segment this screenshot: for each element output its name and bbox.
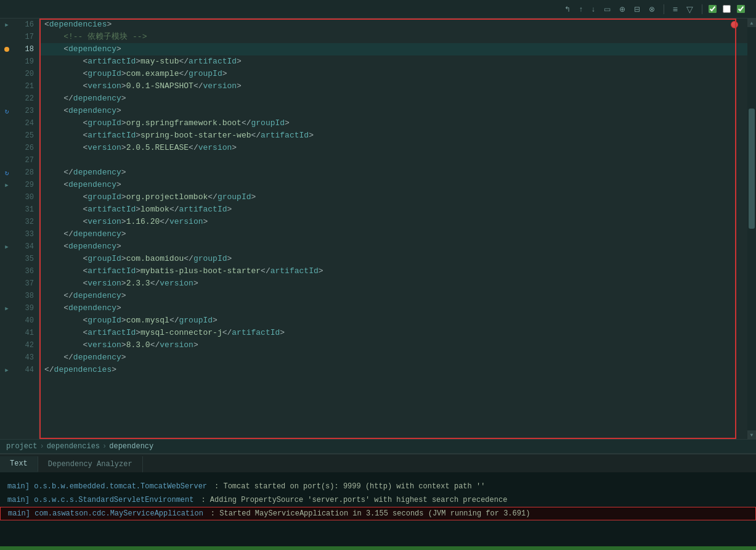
- code-line[interactable]: <version>2.0.5.RELEASE</version>: [39, 142, 747, 154]
- code-content: <artifactId>lombok</artifactId>: [83, 203, 232, 216]
- match-case-checkbox[interactable]: [709, 5, 717, 13]
- words-checkbox[interactable]: [723, 5, 731, 13]
- code-content: <artifactId>may-stub</artifactId>: [83, 55, 242, 68]
- info-icon: ↻: [5, 169, 9, 177]
- code-line[interactable]: <groupId>com.baomidou</groupId>: [39, 253, 747, 265]
- words-group[interactable]: [723, 5, 733, 13]
- code-content: <groupId>org.springframework.boot</group…: [83, 117, 290, 129]
- code-line[interactable]: <dependency>: [39, 105, 747, 117]
- scroll-up-btn[interactable]: ▲: [747, 18, 756, 27]
- gutter-icon-cell: [0, 351, 14, 364]
- code-line[interactable]: <version>8.3.0</version>: [39, 339, 747, 351]
- toolbar-btn-filter-line[interactable]: ⊟: [632, 4, 643, 15]
- code-line[interactable]: </dependency>: [39, 228, 747, 240]
- code-line[interactable]: <groupId>com.example</groupId>: [39, 68, 747, 80]
- scroll-down-btn[interactable]: ▼: [747, 430, 756, 439]
- tab-text[interactable]: Text: [0, 456, 38, 472]
- toolbar-separator-1: [664, 4, 664, 14]
- code-area[interactable]: <dependencies> <!-- 依赖子模块 --> <dependenc…: [39, 18, 747, 439]
- gutter-icon-cell: ↻: [0, 166, 14, 179]
- code-line[interactable]: <artifactId>spring-boot-starter-web</art…: [39, 129, 747, 142]
- breadcrumb-item: dependencies: [47, 442, 100, 451]
- toolbar-btn-single[interactable]: ▭: [601, 4, 613, 15]
- line-number: 40: [16, 314, 34, 327]
- code-content: <dependencies>: [44, 18, 112, 31]
- line-number: 26: [16, 142, 34, 154]
- line-number: 21: [16, 80, 34, 92]
- code-content: <dependency>: [63, 105, 121, 117]
- toolbar: ↰ ↑ ↓ ▭ ⊕ ⊟ ⊗ ≡ ▽: [0, 0, 756, 18]
- code-content: </dependency>: [63, 290, 126, 302]
- code-line[interactable]: </dependency>: [39, 351, 747, 364]
- gutter-icon-cell: [0, 216, 14, 228]
- code-line[interactable]: [39, 154, 747, 166]
- indent: [44, 351, 63, 364]
- indent: [44, 80, 83, 92]
- code-line[interactable]: <dependency>: [39, 43, 747, 55]
- gutter-icon-cell: [0, 191, 14, 203]
- toolbar-btn-back[interactable]: ↰: [562, 4, 573, 15]
- scroll-thumb[interactable]: [749, 109, 755, 229]
- indent: [44, 68, 83, 80]
- fold-btn[interactable]: ▶: [5, 182, 8, 189]
- toolbar-btn-down[interactable]: ↓: [589, 4, 598, 15]
- code-line[interactable]: <groupId>org.projectlombok</groupId>: [39, 191, 747, 203]
- toolbar-btn-list[interactable]: ≡: [670, 3, 680, 15]
- gutter-icon-cell: [0, 339, 14, 351]
- code-line[interactable]: <dependencies>: [39, 18, 747, 31]
- code-line[interactable]: <artifactId>mybatis-plus-boot-starter</a…: [39, 265, 747, 277]
- code-line[interactable]: <dependency>: [39, 302, 747, 314]
- toolbar-btn-up[interactable]: ↑: [577, 4, 585, 15]
- code-content: <groupId>com.mysql</groupId>: [83, 314, 217, 327]
- regex-checkbox[interactable]: [737, 5, 745, 13]
- gutter-icon-cell: [0, 277, 14, 290]
- line-number: 28: [16, 166, 34, 179]
- fold-btn[interactable]: ▶: [5, 305, 8, 312]
- line-number: 39: [16, 302, 34, 314]
- indent: [44, 129, 83, 142]
- code-line[interactable]: </dependencies>: [39, 364, 747, 376]
- gutter-icon-cell: [0, 129, 14, 142]
- tab-dependency-analyzer[interactable]: Dependency Analyzer: [38, 456, 143, 472]
- toolbar-btn-split[interactable]: ⊕: [617, 4, 628, 15]
- code-line[interactable]: <artifactId>may-stub</artifactId>: [39, 55, 747, 68]
- toolbar-btn-filter2[interactable]: ⊗: [646, 4, 657, 15]
- fold-btn[interactable]: ▶: [5, 22, 8, 28]
- code-content: <groupId>com.example</groupId>: [83, 68, 227, 80]
- code-line[interactable]: </dependency>: [39, 92, 747, 105]
- indent: [44, 117, 83, 129]
- warning-dot: [4, 47, 9, 52]
- scroll-track[interactable]: [749, 28, 755, 429]
- code-content: </dependency>: [63, 228, 126, 240]
- console-message: : Tomcat started on port(s): 9999 (http)…: [214, 480, 485, 493]
- indent: [44, 302, 63, 314]
- code-line[interactable]: <artifactId>mysql-connector-j</artifactI…: [39, 327, 747, 339]
- code-line[interactable]: <version>1.16.20</version>: [39, 216, 747, 228]
- fold-btn[interactable]: ▶: [5, 367, 8, 374]
- line-number: 24: [16, 117, 34, 129]
- line-number: 34: [16, 240, 34, 253]
- code-line[interactable]: <dependency>: [39, 240, 747, 253]
- regex-group[interactable]: [737, 5, 747, 13]
- code-content: <version>2.0.5.RELEASE</version>: [83, 142, 237, 154]
- line-number: 27: [16, 154, 34, 166]
- console-class-name: main] com.aswatson.cdc.MayServiceApplica…: [8, 507, 203, 520]
- gutter-icon-cell: [0, 253, 14, 265]
- code-line[interactable]: </dependency>: [39, 166, 747, 179]
- code-line[interactable]: <groupId>org.springframework.boot</group…: [39, 117, 747, 129]
- code-line[interactable]: <version>2.3.3</version>: [39, 277, 747, 290]
- code-line[interactable]: <version>0.0.1-SNAPSHOT</version>: [39, 80, 747, 92]
- console-line: main] com.aswatson.cdc.MayServiceApplica…: [0, 507, 756, 520]
- match-case-group[interactable]: [709, 5, 719, 13]
- line-number: 41: [16, 327, 34, 339]
- fold-btn[interactable]: ▶: [5, 244, 8, 250]
- code-line[interactable]: <groupId>com.mysql</groupId>: [39, 314, 747, 327]
- code-line[interactable]: </dependency>: [39, 290, 747, 302]
- code-line[interactable]: <!-- 依赖子模块 -->: [39, 31, 747, 43]
- vertical-scrollbar[interactable]: ▲ ▼: [747, 18, 756, 439]
- code-line[interactable]: <artifactId>lombok</artifactId>: [39, 203, 747, 216]
- toolbar-btn-filter[interactable]: ▽: [684, 3, 696, 15]
- info-icon: ↻: [5, 107, 9, 115]
- code-content: </dependency>: [63, 351, 126, 364]
- code-line[interactable]: <dependency>: [39, 179, 747, 191]
